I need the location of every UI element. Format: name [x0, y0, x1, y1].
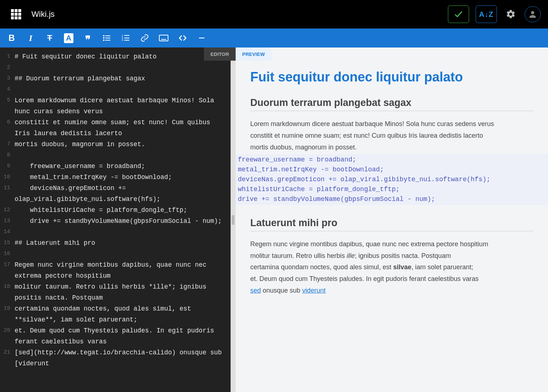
strong-text: silvae [393, 263, 411, 271]
editor-pane: 123456789101112131415161718192021 # Fuit… [0, 47, 231, 392]
code-line[interactable]: ## Duorum terrarum plangebat sagax [15, 73, 228, 84]
preview-paragraph: mortis duobus, magnorum in posset. [250, 142, 533, 153]
code-editor[interactable]: # Fuit sequitur donec liquitur palato ##… [13, 47, 231, 392]
text-run: onusque sub [261, 287, 302, 294]
list-ol-icon: 123 [121, 34, 130, 42]
code-line[interactable]: # Fuit sequitur donec liquitur palato [15, 51, 228, 62]
line-number: 6 [0, 117, 10, 139]
code-line[interactable] [15, 150, 228, 161]
strikethrough-button[interactable]: T [45, 33, 55, 43]
bold-button[interactable]: B [7, 33, 17, 43]
preview-h2-2: Latuerunt mihi pro [250, 217, 533, 231]
tab-editor[interactable]: EDITOR [204, 47, 236, 61]
code-line[interactable]: whitelistUriCache = platform_dongle_tftp… [15, 205, 228, 216]
blockquote-button[interactable]: ❞ [83, 33, 93, 43]
line-number: 21 [0, 347, 10, 369]
line-number: 11 [0, 183, 10, 205]
app-title: Wiki.js [31, 9, 55, 19]
code-line[interactable]: drive += standbyVolumeName(gbpsForumSoci… [15, 216, 228, 227]
keyboard-icon [159, 35, 168, 41]
check-icon [454, 9, 463, 19]
svg-rect-4 [105, 38, 110, 38]
code-line[interactable]: metal_trim.netIrqKey -= bootDownload; [15, 172, 228, 183]
link-icon [140, 34, 149, 42]
code-line[interactable]: freeware_username = broadband; [15, 161, 228, 172]
save-button[interactable] [448, 5, 469, 23]
line-number: 10 [0, 172, 10, 183]
text-run: , iam solet paruerant; [411, 263, 473, 271]
code-line[interactable]: et. Deum quod cum Thyesteis paludes. In … [15, 325, 228, 347]
header-right: A↓Z [448, 5, 541, 23]
code-line[interactable]: ## Latuerunt mihi pro [15, 237, 228, 248]
line-number: 3 [0, 73, 10, 84]
preview-paragraph: et. Deum quod cum Thyesteis paludes. In … [250, 274, 533, 284]
svg-rect-10 [124, 38, 129, 38]
line-number: 4 [0, 84, 10, 95]
preview-paragraph: Lorem markdownum dicere aestuat barbaque… [250, 119, 533, 129]
keyboard-button[interactable] [159, 33, 169, 43]
svg-point-3 [103, 37, 104, 39]
line-number: 18 [0, 281, 10, 303]
split-handle[interactable] [231, 47, 236, 392]
line-gutter: 123456789101112131415161718192021 [0, 47, 13, 392]
svg-rect-13 [159, 35, 168, 41]
line-number: 8 [0, 150, 10, 161]
preview-link[interactable]: sed [250, 287, 261, 294]
link-button[interactable] [140, 33, 150, 43]
sort-az-icon: A↓Z [479, 10, 494, 19]
code-line[interactable]: mortis duobus, magnorum in posset. [15, 139, 228, 150]
code-line[interactable]: deviceNas.grepEmoticon += olap_viral.gib… [15, 183, 228, 205]
line-number: 7 [0, 139, 10, 150]
svg-rect-6 [105, 40, 110, 41]
code-line[interactable]: molitur taurum. Retro ullis herbis *ille… [15, 281, 228, 303]
code-line[interactable]: Regem nunc virgine montibus dapibus, qua… [15, 259, 228, 281]
svg-point-1 [103, 35, 104, 37]
code-line[interactable] [15, 84, 228, 95]
svg-text:3: 3 [122, 39, 123, 41]
preview-paragraph: certamina quondam noctes, quod ales simu… [250, 262, 533, 273]
code-line[interactable]: [sed](http://www.tegat.io/bracchia-calid… [15, 347, 228, 369]
preview-h2-1: Duorum terrarum plangebat sagax [250, 97, 533, 111]
line-number: 5 [0, 95, 10, 117]
avatar-icon [528, 9, 537, 19]
sort-button[interactable]: A↓Z [476, 5, 497, 23]
tab-preview[interactable]: PREVIEW [236, 47, 271, 61]
account-button[interactable] [525, 6, 541, 22]
code-line[interactable] [15, 248, 228, 259]
svg-rect-12 [124, 40, 129, 41]
line-number: 19 [0, 303, 10, 325]
gear-icon [506, 9, 516, 19]
svg-rect-2 [105, 35, 110, 36]
unordered-list-button[interactable] [102, 33, 112, 43]
line-number: 17 [0, 259, 10, 281]
settings-button[interactable] [503, 7, 518, 22]
app-grid-icon[interactable] [11, 9, 21, 19]
main-split: 123456789101112131415161718192021 # Fuit… [0, 47, 548, 392]
line-number: 1 [0, 51, 10, 62]
svg-rect-8 [124, 35, 129, 36]
code-line[interactable] [15, 227, 228, 237]
italic-button[interactable]: I [26, 33, 36, 43]
line-number: 12 [0, 205, 10, 216]
text-run: certamina quondam noctes, quod ales simu… [250, 263, 393, 271]
top-header: Wiki.js A↓Z [0, 0, 548, 28]
text-run: ; ignibus positis nacta. Postquam [355, 252, 451, 259]
horizontal-rule-button[interactable] [197, 33, 207, 43]
preview-link[interactable]: viderunt [302, 287, 326, 294]
minus-icon [198, 34, 206, 42]
list-ul-icon [102, 34, 111, 42]
code-button[interactable] [178, 33, 188, 43]
code-line[interactable]: certamina quondam noctes, quod ales simu… [15, 303, 228, 325]
line-number: 15 [0, 237, 10, 248]
header-left: Wiki.js [11, 9, 55, 19]
code-line[interactable] [15, 62, 228, 73]
code-icon [178, 34, 187, 42]
svg-point-5 [103, 39, 104, 41]
code-line[interactable]: Lorem markdownum dicere aestuat barbaque… [15, 95, 228, 117]
svg-point-0 [531, 11, 534, 14]
code-line[interactable]: constitit et numine omne suam; est nunc!… [15, 117, 228, 139]
line-number: 14 [0, 227, 10, 237]
highlight-button[interactable]: A [64, 33, 74, 43]
ordered-list-button[interactable]: 123 [121, 33, 131, 43]
preview-paragraph: constitit et numine omne suam; est nunc!… [250, 131, 533, 141]
